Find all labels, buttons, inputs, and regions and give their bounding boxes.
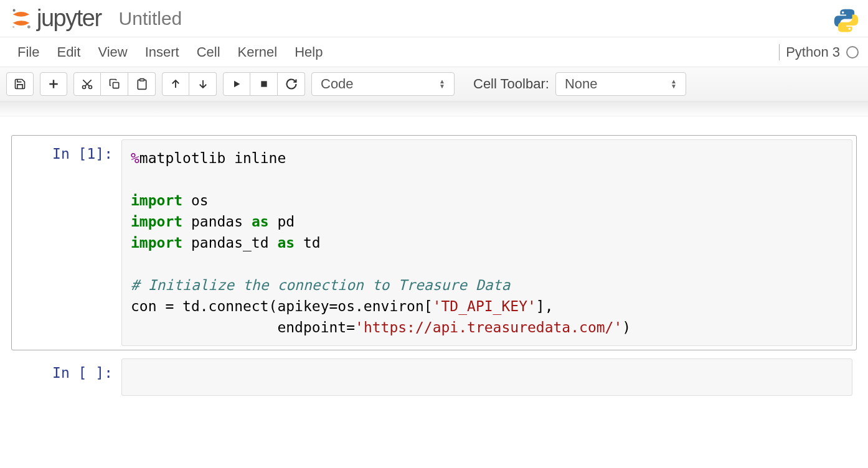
kernel-status: Python 3: [779, 44, 859, 60]
cell-input[interactable]: [121, 358, 852, 396]
move-up-button[interactable]: [162, 72, 189, 96]
add-cell-button[interactable]: [40, 72, 67, 96]
code-cell[interactable]: In [1]:%matplotlib inline import os impo…: [11, 135, 857, 350]
header: jupyter Untitled: [0, 0, 868, 37]
cell-prompt: In [1]:: [16, 139, 121, 346]
code-cell[interactable]: In [ ]:: [11, 354, 857, 400]
cell-type-selected: Code: [321, 76, 354, 92]
notebook-title[interactable]: Untitled: [119, 8, 182, 29]
move-down-button[interactable]: [189, 72, 217, 96]
toolbar: Code ▲▼ Cell Toolbar: None ▲▼: [0, 67, 868, 101]
cell-type-select[interactable]: Code ▲▼: [311, 72, 455, 96]
kernel-indicator-icon: [846, 46, 859, 58]
menu-help[interactable]: Help: [286, 39, 331, 65]
notebook-area[interactable]: In [1]:%matplotlib inline import os impo…: [0, 116, 868, 423]
cell-toolbar-selected: None: [565, 76, 598, 92]
svg-point-2: [12, 26, 14, 27]
restart-button[interactable]: [278, 72, 305, 96]
menu-edit[interactable]: Edit: [48, 39, 89, 65]
shadow-strip: [0, 101, 868, 116]
cell-toolbar-label: Cell Toolbar:: [473, 76, 549, 92]
svg-rect-14: [261, 81, 267, 87]
menu-kernel[interactable]: Kernel: [229, 39, 286, 65]
paste-button[interactable]: [128, 72, 156, 96]
menu-cell[interactable]: Cell: [188, 39, 229, 65]
jupyter-logo-icon: [9, 7, 33, 30]
jupyter-logo[interactable]: jupyter: [9, 5, 101, 32]
jupyter-logo-text: jupyter: [37, 5, 101, 32]
menu-items: File Edit View Insert Cell Kernel Help: [9, 39, 331, 65]
cell-toolbar-select[interactable]: None ▲▼: [555, 72, 686, 96]
cell-input[interactable]: %matplotlib inline import os import pand…: [121, 139, 852, 346]
svg-rect-10: [139, 79, 144, 81]
svg-rect-9: [113, 83, 118, 88]
run-button[interactable]: [223, 72, 250, 96]
save-button[interactable]: [6, 72, 34, 96]
menu-insert[interactable]: Insert: [136, 39, 188, 65]
cut-button[interactable]: [73, 72, 101, 96]
select-arrows-icon: ▲▼: [671, 79, 677, 89]
cell-prompt: In [ ]:: [16, 358, 121, 396]
kernel-name[interactable]: Python 3: [786, 44, 840, 60]
python-logo-icon: [833, 7, 859, 34]
copy-button[interactable]: [101, 72, 128, 96]
svg-marker-13: [234, 81, 240, 88]
menu-view[interactable]: View: [89, 39, 136, 65]
svg-point-1: [27, 25, 31, 28]
divider: [779, 44, 780, 60]
menubar: File Edit View Insert Cell Kernel Help P…: [0, 37, 868, 67]
svg-point-0: [13, 9, 16, 11]
stop-button[interactable]: [250, 72, 278, 96]
select-arrows-icon: ▲▼: [439, 79, 445, 89]
menu-file[interactable]: File: [9, 39, 48, 65]
